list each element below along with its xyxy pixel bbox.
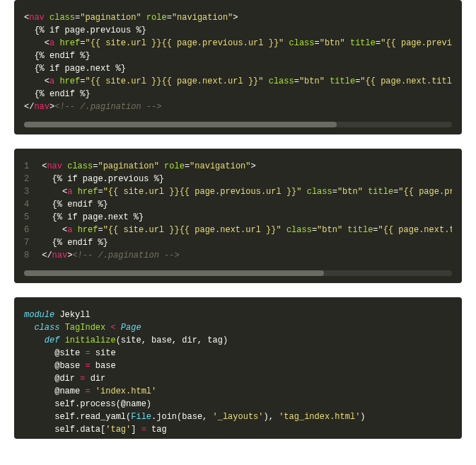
scrollbar-thumb[interactable] (24, 122, 337, 127)
tag-nav-close: nav (34, 102, 50, 112)
code-block-html-2: 1 2 3 4 5 6 7 8 <nav class="pagination" … (14, 149, 462, 283)
line-numbers: 1 2 3 4 5 6 7 8 (24, 160, 42, 262)
tag-nav-open: nav (29, 13, 45, 23)
code-content: <nav class="pagination" role="navigation… (42, 160, 452, 262)
horizontal-scrollbar[interactable] (24, 270, 452, 276)
scrollbar-thumb[interactable] (24, 270, 324, 276)
code-block-ruby: module Jekyll class TagIndex < Page def … (14, 297, 462, 439)
code-content: <nav class="pagination" role="navigation… (24, 11, 452, 113)
horizontal-scrollbar[interactable] (24, 122, 452, 127)
code-block-html-1: <nav class="pagination" role="navigation… (14, 0, 462, 134)
code-content: module Jekyll class TagIndex < Page def … (24, 309, 452, 436)
